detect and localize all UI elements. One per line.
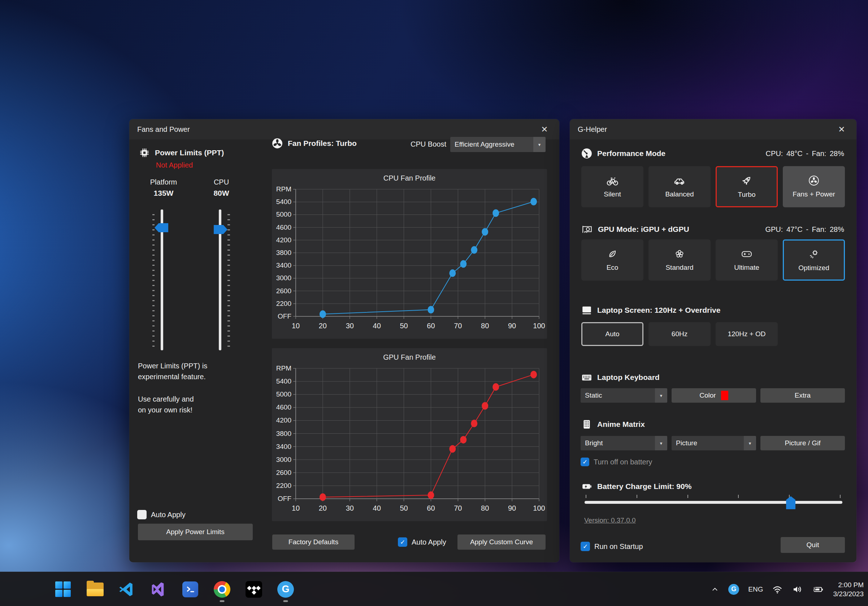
running-indicator	[284, 600, 288, 602]
fan-curve-point[interactable]	[460, 436, 467, 443]
cpu-slider-ticks	[228, 214, 230, 348]
turn-off-on-battery-checkbox[interactable]: ✓	[581, 457, 589, 466]
fan-curve-point[interactable]	[530, 371, 537, 378]
fan-icon	[808, 175, 819, 186]
tray-chevron-up-icon[interactable]	[711, 585, 719, 594]
standard-gpu-button[interactable]: Standard	[648, 239, 711, 281]
svg-text:20: 20	[319, 322, 327, 330]
run-on-startup-checkbox[interactable]: ✓	[581, 542, 590, 551]
factory-defaults-button[interactable]: Factory Defaults	[272, 535, 355, 550]
start-button[interactable]	[52, 576, 75, 603]
optimized-gpu-button[interactable]: Optimized	[783, 239, 845, 281]
tidal-button[interactable]	[242, 576, 265, 603]
version-link[interactable]: Version: 0.37.0.0	[584, 516, 636, 524]
power-limits-status: Not Applied	[129, 161, 220, 169]
language-indicator[interactable]: ENG	[748, 586, 763, 594]
car-icon	[673, 175, 686, 186]
svg-text:4200: 4200	[276, 236, 291, 244]
turbo-mode-button[interactable]: Turbo	[716, 166, 778, 207]
cpu-boost-dropdown[interactable]: Efficient Aggressive ▾	[450, 137, 546, 152]
fan-icon	[272, 138, 283, 149]
fans-window-titlebar[interactable]: Fans and Power ✕	[129, 119, 559, 139]
svg-text:2600: 2600	[276, 469, 291, 476]
file-explorer-button[interactable]	[84, 576, 107, 603]
keyboard-color-button[interactable]: Color	[671, 388, 756, 403]
volume-icon[interactable]	[792, 584, 803, 595]
quit-button[interactable]: Quit	[781, 537, 845, 553]
svg-text:10: 10	[292, 504, 300, 512]
fan-curve-point[interactable]	[319, 310, 326, 318]
fan-curve-point[interactable]	[319, 493, 326, 501]
close-icon[interactable]: ✕	[538, 125, 551, 134]
chevron-down-icon[interactable]: ▾	[744, 436, 756, 450]
ghelper-titlebar[interactable]: G-Helper ✕	[570, 119, 856, 139]
apply-power-limits-button[interactable]: Apply Power Limits	[138, 524, 253, 540]
fan-curve-point[interactable]	[482, 228, 488, 236]
picture-gif-button[interactable]: Picture / Gif	[760, 436, 845, 450]
visual-studio-button[interactable]	[147, 576, 170, 603]
battery-slider-handle[interactable]	[786, 496, 795, 509]
svg-text:3000: 3000	[276, 456, 291, 463]
fan-curve-point[interactable]	[482, 402, 488, 409]
svg-text:90: 90	[508, 322, 516, 330]
screen-120hz-od-button[interactable]: 120Hz + OD	[716, 322, 778, 346]
fan-curve-point[interactable]	[493, 209, 499, 217]
fans-power-button[interactable]: Fans + Power	[783, 166, 845, 207]
platform-slider-handle[interactable]	[155, 223, 168, 232]
ultimate-gpu-button[interactable]: Ultimate	[716, 239, 778, 281]
balanced-mode-button[interactable]: Balanced	[648, 166, 711, 207]
chevron-down-icon[interactable]: ▾	[655, 388, 667, 403]
eco-gpu-button[interactable]: Eco	[581, 239, 643, 281]
fans-and-power-window: Fans and Power ✕ Power Limits (PPT) Not …	[129, 119, 559, 562]
fan-curve-point[interactable]	[428, 491, 434, 499]
power-auto-apply-checkbox[interactable]	[137, 510, 147, 519]
matrix-brightness-value: Bright	[581, 436, 655, 450]
svg-text:2600: 2600	[276, 287, 291, 295]
fan-curve-point[interactable]	[428, 306, 434, 313]
battery-tray-icon[interactable]	[812, 584, 824, 595]
svg-text:5000: 5000	[276, 211, 291, 218]
fan-curve-point[interactable]	[471, 420, 477, 427]
file-explorer-icon	[87, 583, 104, 596]
ghelper-taskbar-button[interactable]: G	[274, 576, 297, 603]
tidal-icon	[245, 581, 262, 598]
fan-curve-point[interactable]	[530, 198, 537, 206]
clock[interactable]: 2:00 PM 3/23/2023	[833, 580, 864, 598]
matrix-brightness-dropdown[interactable]: Bright ▾	[581, 436, 667, 450]
battery-slider-track[interactable]	[584, 501, 842, 504]
svg-text:10: 10	[292, 322, 300, 330]
color-swatch	[721, 391, 728, 400]
apply-custom-curve-button[interactable]: Apply Custom Curve	[457, 535, 546, 550]
wifi-icon[interactable]	[772, 584, 783, 595]
cpu-slider-handle[interactable]	[214, 225, 228, 234]
battery-slider-ticks	[586, 495, 840, 498]
fan-curve-point[interactable]	[460, 260, 467, 268]
fan-curve-point[interactable]	[471, 246, 477, 254]
smart-gear-icon	[808, 248, 820, 260]
keyboard-extra-button[interactable]: Extra	[760, 388, 845, 403]
matrix-content-dropdown[interactable]: Picture ▾	[671, 436, 756, 450]
vscode-button[interactable]	[115, 576, 138, 603]
run-on-startup-label: Run on Startup	[594, 542, 643, 551]
gpu-fan-profile-chart[interactable]: GPU Fan Profile102030405060708090100OFF2…	[272, 348, 547, 521]
ghelper-tray-icon[interactable]: G	[728, 584, 739, 595]
chrome-button[interactable]	[211, 576, 234, 603]
silent-mode-button[interactable]: Silent	[581, 166, 643, 207]
terminal-button[interactable]	[179, 576, 202, 603]
chevron-down-icon[interactable]: ▾	[533, 137, 546, 152]
keyboard-mode-dropdown[interactable]: Static ▾	[581, 388, 667, 403]
laptop-keyboard-header: Laptop Keyboard	[581, 372, 844, 383]
close-icon[interactable]: ✕	[835, 125, 848, 134]
screen-auto-button[interactable]: Auto	[581, 322, 643, 346]
chevron-down-icon[interactable]: ▾	[655, 436, 667, 450]
battery-limit-header: Battery Charge Limit: 90%	[581, 481, 844, 492]
platform-slider-label: Platform	[144, 178, 183, 186]
svg-text:GPU Fan Profile: GPU Fan Profile	[383, 353, 436, 361]
fan-curve-point[interactable]	[449, 445, 456, 453]
cpu-fan-profile-chart[interactable]: CPU Fan Profile102030405060708090100OFF2…	[272, 169, 547, 339]
svg-text:60: 60	[427, 322, 435, 330]
fan-curve-point[interactable]	[493, 383, 499, 391]
curve-auto-apply-checkbox[interactable]: ✓	[398, 537, 407, 547]
screen-60hz-button[interactable]: 60Hz	[648, 322, 711, 346]
fan-curve-point[interactable]	[449, 270, 456, 277]
